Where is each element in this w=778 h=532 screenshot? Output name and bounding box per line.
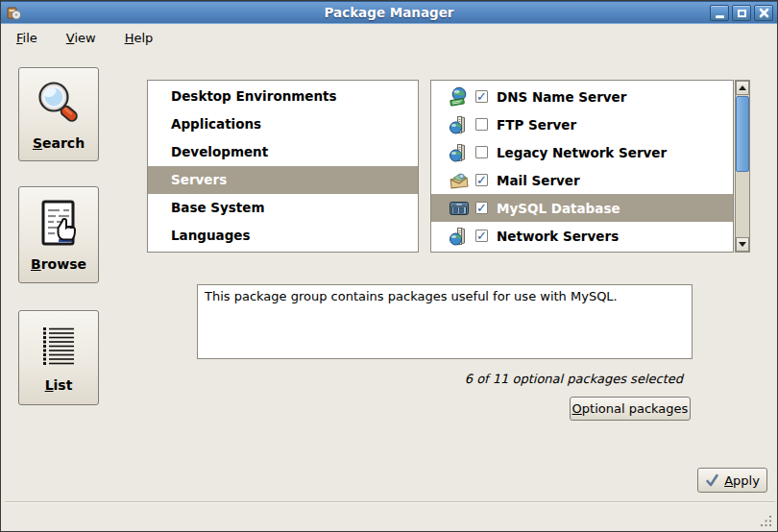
package-list: DNS Name Server FTP Server <box>430 80 734 253</box>
category-row[interactable]: Applications <box>148 110 418 138</box>
arrow-up-icon <box>739 85 746 90</box>
minimize-icon <box>716 15 724 18</box>
view-list-button[interactable]: List <box>18 310 99 405</box>
package-label: Legacy Network Server <box>497 145 667 160</box>
package-row-partial[interactable] <box>431 250 733 253</box>
package-row[interactable]: Network Servers <box>431 222 733 250</box>
package-checkbox[interactable] <box>475 174 488 186</box>
network-server-icon <box>449 226 470 247</box>
optional-packages-button[interactable]: Optional packages <box>570 397 691 421</box>
category-label: Base System <box>171 200 265 215</box>
maximize-icon <box>738 10 746 17</box>
mail-server-icon <box>449 170 470 191</box>
description-text: This package group contains packages use… <box>205 289 685 303</box>
package-checkbox[interactable] <box>475 90 488 103</box>
category-list: Desktop Environments Applications Develo… <box>147 80 419 253</box>
package-label: MySQL Database <box>497 201 620 216</box>
package-row[interactable]: Mail Server <box>431 166 733 194</box>
description-box: This package group contains packages use… <box>197 284 693 359</box>
category-label: Languages <box>171 228 251 243</box>
package-manager-icon <box>6 5 22 21</box>
package-row[interactable]: Legacy Network Server <box>431 138 733 166</box>
category-label: Desktop Environments <box>171 88 337 104</box>
optional-packages-button-label: Optional packages <box>572 401 689 416</box>
category-label: Applications <box>171 116 261 132</box>
minimize-button[interactable] <box>710 5 729 21</box>
menu-item-help[interactable]: Help <box>117 28 161 48</box>
package-checkbox[interactable] <box>475 202 488 214</box>
menu-item-file[interactable]: File <box>9 28 45 48</box>
apply-button[interactable]: Apply <box>697 468 767 493</box>
maximize-button[interactable] <box>732 5 751 21</box>
optional-status-text: 6 of 11 optional packages selected <box>385 372 683 386</box>
database-icon <box>449 198 470 219</box>
category-row[interactable]: Development <box>148 138 418 166</box>
magnifier-icon <box>33 79 85 131</box>
close-icon <box>759 8 769 18</box>
scrollbar-thumb[interactable] <box>736 96 749 172</box>
category-row[interactable]: Languages <box>148 222 418 250</box>
package-checkbox[interactable] <box>475 146 488 158</box>
browse-document-hand-icon <box>33 198 85 252</box>
window-title: Package Manager <box>1 5 777 20</box>
package-row[interactable]: DNS Name Server <box>431 83 733 110</box>
network-server-icon <box>449 142 470 163</box>
statusbar-separator <box>5 501 775 503</box>
browse-button-label: Browse <box>31 256 86 272</box>
package-list-scrollbar[interactable] <box>735 80 750 253</box>
arrow-down-icon <box>739 242 746 247</box>
package-manager-window: Package Manager File View Help <box>0 0 778 532</box>
category-label: Servers <box>171 172 227 187</box>
titlebar: Package Manager <box>1 1 777 24</box>
menubar: File View Help <box>1 25 777 50</box>
category-row[interactable]: Base System <box>148 194 418 222</box>
close-button[interactable] <box>754 5 773 21</box>
package-label: DNS Name Server <box>497 89 626 105</box>
package-label: Network Servers <box>497 229 619 244</box>
dns-server-icon <box>449 86 470 108</box>
scroll-down-button[interactable] <box>736 237 749 252</box>
network-server-icon <box>449 114 470 135</box>
search-button-label: Search <box>33 135 85 151</box>
list-button-label: List <box>45 377 73 393</box>
list-icon <box>33 323 85 373</box>
package-label: Mail Server <box>497 173 580 188</box>
apply-button-label: Apply <box>724 473 760 488</box>
window-controls <box>710 5 773 21</box>
view-browse-button[interactable]: Browse <box>18 186 99 283</box>
resize-grip[interactable] <box>759 514 773 528</box>
category-row[interactable]: Servers <box>148 166 418 194</box>
package-row[interactable]: FTP Server <box>431 110 733 138</box>
package-label: FTP Server <box>497 117 576 133</box>
menu-item-view[interactable]: View <box>59 28 104 48</box>
category-label: Development <box>171 144 268 159</box>
check-icon <box>705 473 719 487</box>
package-row[interactable]: MySQL Database <box>431 194 733 222</box>
category-row[interactable]: Desktop Environments <box>148 83 418 110</box>
view-search-button[interactable]: Search <box>18 67 99 161</box>
scroll-up-button[interactable] <box>736 81 749 95</box>
package-checkbox[interactable] <box>475 118 488 131</box>
package-checkbox[interactable] <box>475 230 488 242</box>
